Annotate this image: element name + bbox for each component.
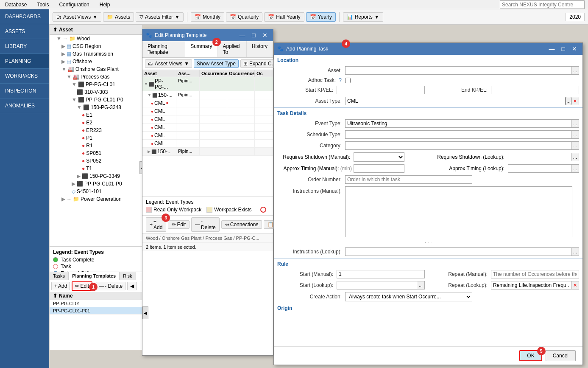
- tree-item-ppgcl01p0-1[interactable]: ▼ ⬛ PP-PG-CL01-P0: [50, 96, 142, 104]
- tree-item-offshore[interactable]: ▶ ▤ Offshore: [50, 58, 142, 65]
- tab-risk[interactable]: Risk: [120, 272, 136, 280]
- tree-item-er223[interactable]: ● ER223: [50, 126, 142, 134]
- tree-item-gas-transmission[interactable]: ▶ ▤ Gas Transmission: [50, 50, 142, 58]
- connections-btn[interactable]: ⇔ Connections: [221, 220, 262, 229]
- tab-planning-templates[interactable]: Planning Templates: [69, 272, 120, 280]
- grid-row-cml-3[interactable]: ● CML: [142, 115, 273, 124]
- repeat-lookup-input[interactable]: [491, 281, 571, 289]
- shutdown-lookup-browse-btn[interactable]: ...: [571, 153, 579, 161]
- addtask-minimize-btn[interactable]: —: [547, 45, 557, 53]
- asset-browse-btn[interactable]: ...: [571, 66, 579, 75]
- tree-item-onshore[interactable]: ▼ 🏭 Onshore Gas Plant: [50, 65, 142, 73]
- sidebar-item-workpacks[interactable]: WORKPACKS: [0, 69, 49, 84]
- ok-button[interactable]: OK 5: [519, 350, 542, 361]
- delete-planning-btn[interactable]: — - Delete: [191, 217, 220, 232]
- add-planning-btn[interactable]: + + Add 3: [146, 217, 166, 232]
- category-input[interactable]: [345, 141, 571, 150]
- create-action-select[interactable]: Always create task when Start Occurre...: [345, 292, 472, 301]
- tab-planning-template[interactable]: Planning Template: [142, 41, 185, 57]
- adhoc-help-icon[interactable]: ?: [339, 77, 342, 83]
- asset-views-dialog-btn[interactable]: 🗂 Asset Views ▼: [145, 59, 192, 68]
- asset-views-btn[interactable]: 🗂 Asset Views ▼: [53, 12, 101, 22]
- tree-item-wood[interactable]: ▼ → 📁 Wood: [50, 35, 142, 42]
- scroll-left-btn[interactable]: ◀: [142, 306, 148, 319]
- add-template-btn[interactable]: + Add: [51, 282, 70, 290]
- order-number-input[interactable]: [345, 175, 472, 184]
- end-kp-input[interactable]: [491, 86, 579, 94]
- timing-manual-input[interactable]: [354, 164, 404, 173]
- sidebar-item-assets[interactable]: ASSETS: [0, 24, 49, 39]
- grid-row-cml-1[interactable]: ● CML •: [142, 99, 273, 107]
- grid-row-2[interactable]: PP-PG-CL01-P01: [50, 307, 142, 315]
- show-asset-type-btn[interactable]: Show Asset Type: [194, 59, 239, 68]
- search-input[interactable]: [500, 0, 585, 9]
- grid-row-150-1[interactable]: ▼ ⬛ 150-... Pipin...: [142, 91, 273, 99]
- quarterly-btn[interactable]: 📅 Quarterly: [226, 12, 262, 22]
- adhoc-checkbox[interactable]: [345, 78, 351, 83]
- addtask-maximize-btn[interactable]: □: [560, 45, 567, 53]
- planning-close-btn[interactable]: ✕: [260, 31, 270, 39]
- repeat-lookup-clear-btn[interactable]: ✕: [571, 281, 579, 289]
- tree-item-e2[interactable]: ● E2: [50, 119, 142, 126]
- shutdown-lookup-input[interactable]: [508, 153, 571, 161]
- tree-item-310v303[interactable]: ⬛ 310-V-303: [50, 88, 142, 96]
- assets-btn[interactable]: 📁 Assets: [103, 12, 134, 22]
- addtask-close-btn[interactable]: ✕: [570, 45, 579, 53]
- tree-item-s4501[interactable]: ◇ S4501-101: [50, 188, 142, 195]
- tree-item-p1[interactable]: ● P1: [50, 134, 142, 142]
- asset-input[interactable]: [345, 66, 571, 75]
- sidebar-item-dashboards[interactable]: DASHBOARDS: [0, 9, 49, 24]
- tree-item-ppgcl01[interactable]: ▼ ⬛ PP-PG-CL01: [50, 81, 142, 88]
- tree-item-process-gas[interactable]: ▼ 🏭 Process Gas: [50, 73, 142, 81]
- instructions-lookup-input[interactable]: [345, 247, 571, 256]
- tree-item-sp052[interactable]: ● SP052: [50, 157, 142, 165]
- grid-row-ppg[interactable]: ▼ ⬛ PP-PG-... Pipin...: [142, 77, 273, 91]
- tree-item-ppgcl01p0-2[interactable]: ▶ ⬛ PP-PG-CL01-P0: [50, 180, 142, 188]
- category-browse-btn[interactable]: ...: [571, 141, 579, 150]
- sidebar-item-inspection[interactable]: INSPECTION: [0, 84, 49, 98]
- tree-item-sp051[interactable]: ● SP051: [50, 149, 142, 157]
- start-lookup-browse-btn[interactable]: ...: [417, 281, 425, 289]
- event-type-input[interactable]: [345, 119, 571, 128]
- timing-lookup-browse-btn[interactable]: ...: [571, 164, 579, 173]
- tree-item-r1[interactable]: ● R1: [50, 142, 142, 149]
- start-manual-input[interactable]: [337, 270, 425, 278]
- asset-type-browse-btn[interactable]: ...: [566, 97, 571, 105]
- yearly-btn[interactable]: 📅 Yearly: [306, 12, 336, 22]
- tree-item-power-gen[interactable]: ▶ → 📁 Power Generation: [50, 195, 142, 203]
- schedule-type-browse-btn[interactable]: ...: [571, 130, 579, 139]
- grid-row-1[interactable]: PP-PG-CL01: [50, 300, 142, 307]
- tree-header[interactable]: ⬆ Asset: [50, 25, 142, 35]
- tree-item-t1[interactable]: ● T1: [50, 165, 142, 172]
- schedule-type-input[interactable]: [345, 130, 571, 139]
- more-btn[interactable]: ◀: [127, 282, 137, 290]
- tree-item-e1[interactable]: ● E1: [50, 111, 142, 119]
- tab-history[interactable]: History: [247, 41, 273, 57]
- cancel-button[interactable]: Cancel: [546, 350, 576, 361]
- grid-row-cml-5[interactable]: ● CML: [142, 132, 273, 140]
- assets-filter-btn[interactable]: ▽ Assets Filter ▼: [136, 12, 184, 22]
- reports-btn[interactable]: 📊 Reports ▼: [343, 12, 383, 22]
- start-kp-input[interactable]: [337, 86, 425, 94]
- event-type-browse-btn[interactable]: ...: [571, 119, 579, 128]
- expand-c-btn[interactable]: ⊞ Expand C...: [240, 59, 279, 68]
- start-lookup-input[interactable]: [337, 281, 417, 289]
- menu-database[interactable]: Database: [3, 1, 28, 8]
- edit-planning-btn[interactable]: ✏ Edit: [168, 220, 189, 229]
- tab-summary[interactable]: Summary 2: [185, 41, 217, 57]
- grid-row-cml-6[interactable]: ● CML: [142, 140, 273, 148]
- timing-lookup-input[interactable]: [508, 164, 571, 173]
- half-yearly-btn[interactable]: 📅 Half Yearly: [264, 12, 304, 22]
- sidebar-item-library[interactable]: LIBRARY: [0, 39, 49, 54]
- shutdown-manual-select[interactable]: Yes No: [354, 152, 404, 162]
- grid-row-cml-4[interactable]: ● CML: [142, 124, 273, 132]
- sidebar-item-anomalies[interactable]: ANOMALIES: [0, 98, 49, 113]
- instructions-lookup-browse-btn[interactable]: ...: [571, 247, 579, 256]
- grid-row-150-2[interactable]: ▶ ⬛ 150-... Pipin...: [142, 148, 273, 156]
- delete-template-btn[interactable]: — - Delete: [96, 282, 125, 290]
- monthly-btn[interactable]: 📅 Monthly: [191, 12, 224, 22]
- sidebar-item-planning[interactable]: PLANNING: [0, 54, 49, 69]
- grid-row-cml-2[interactable]: ● CML: [142, 107, 273, 115]
- menu-configuration[interactable]: Configuration: [57, 1, 91, 8]
- instructions-manual-textarea[interactable]: [345, 186, 572, 237]
